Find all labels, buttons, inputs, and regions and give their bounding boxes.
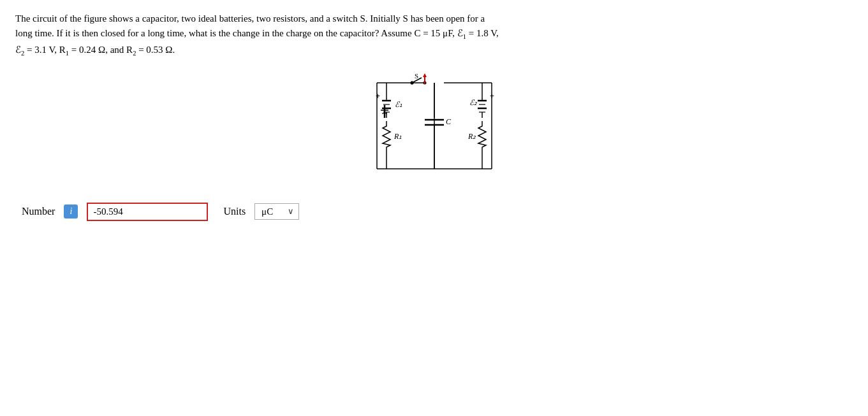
c-label: C <box>446 117 452 126</box>
circuit-diagram: S ℰ₁ R₁ + <box>15 70 853 185</box>
number-input[interactable] <box>87 203 208 221</box>
units-select[interactable]: μC nC C mC <box>254 203 299 220</box>
problem-line2: long time. If it is then closed for a lo… <box>15 28 499 38</box>
svg-marker-32 <box>423 73 427 77</box>
svg-point-30 <box>410 81 413 84</box>
units-label: Units <box>223 206 246 217</box>
plus1-sign: + <box>376 92 380 101</box>
plus2-sign: + <box>490 92 494 101</box>
number-label: Number <box>22 206 55 217</box>
e2-label: ℰ₂ <box>469 98 478 107</box>
answer-row: Number i Units μC nC C mC <box>22 203 853 221</box>
switch-label: S <box>414 72 418 80</box>
info-button[interactable]: i <box>64 204 78 219</box>
r1-label: R₁ <box>394 132 402 141</box>
e1-label: ℰ₁ <box>395 100 402 109</box>
units-select-wrapper[interactable]: μC nC C mC <box>254 203 299 220</box>
problem-line3: ℰ2 = 3.1 V, R1 = 0.24 Ω, and R2 = 0.53 Ω… <box>15 45 175 55</box>
r2-label: R₂ <box>467 132 476 141</box>
problem-line1: The circuit of the figure shows a capaci… <box>15 13 485 24</box>
problem-text: The circuit of the figure shows a capaci… <box>15 11 564 59</box>
